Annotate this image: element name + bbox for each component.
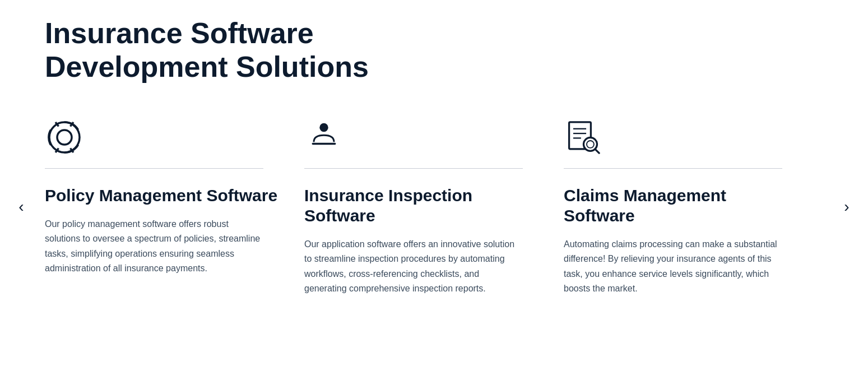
- card-divider-inspection: [304, 168, 523, 169]
- card-inspection: Insurance Inspection Software Our applic…: [304, 118, 564, 296]
- svg-point-1: [57, 130, 72, 145]
- next-arrow-icon: ›: [844, 198, 849, 216]
- card-divider-policy: [45, 168, 263, 169]
- inspection-person-icon: [304, 118, 344, 157]
- page-wrapper: Insurance Software Development Solutions…: [0, 0, 868, 366]
- document-search-icon: [564, 118, 603, 157]
- card-policy: Policy Management Software Our policy ma…: [45, 118, 304, 296]
- cards-row: Policy Management Software Our policy ma…: [45, 118, 823, 296]
- svg-rect-7: [312, 142, 336, 144]
- card-text-claims: Automating claims processing can make a …: [564, 237, 782, 296]
- card-text-inspection: Our application software offers an innov…: [304, 237, 523, 296]
- card-title-policy: Policy Management Software: [45, 186, 282, 206]
- card-divider-claims: [564, 168, 782, 169]
- title-line1: Insurance Software: [45, 17, 314, 49]
- prev-arrow-icon: ‹: [18, 198, 24, 216]
- card-text-policy: Our policy management software offers ro…: [45, 217, 263, 276]
- title-line2: Development Solutions: [45, 50, 369, 83]
- next-arrow-button[interactable]: ›: [837, 197, 857, 217]
- prev-arrow-button[interactable]: ‹: [11, 197, 31, 217]
- page-title: Insurance Software Development Solutions: [45, 17, 437, 84]
- svg-point-6: [319, 123, 328, 131]
- card-title-inspection: Insurance Inspection Software: [304, 186, 541, 226]
- svg-line-13: [595, 149, 599, 152]
- card-claims: Claims Management Software Automating cl…: [564, 118, 823, 296]
- card-title-claims: Claims Management Software: [564, 186, 801, 226]
- lifesaver-icon: [45, 118, 84, 157]
- cards-container: ‹: [45, 118, 823, 296]
